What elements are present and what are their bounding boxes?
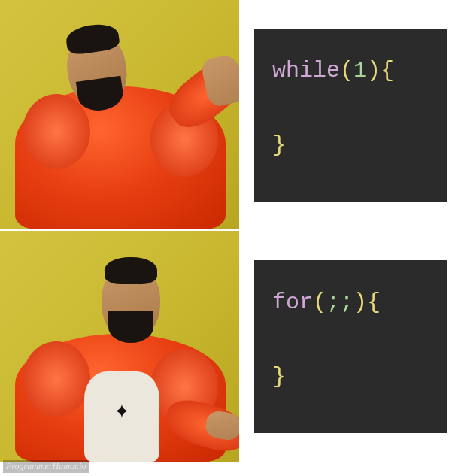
keyword-for: for bbox=[272, 290, 313, 315]
beard bbox=[108, 311, 153, 343]
drake-approve-panel: ✦ bbox=[0, 231, 241, 462]
drake-meme-grid: while(1){ } ✦ for(;;){ bbox=[0, 0, 461, 462]
jumpman-logo-icon: ✦ bbox=[108, 400, 135, 427]
code-line: for(;;){ bbox=[272, 281, 429, 324]
hair bbox=[65, 22, 120, 56]
close-paren: ) bbox=[367, 58, 381, 83]
open-brace: { bbox=[367, 290, 381, 315]
tshirt: ✦ bbox=[84, 371, 159, 462]
code-block-for: for(;;){ } bbox=[254, 260, 447, 433]
close-paren: ) bbox=[353, 290, 367, 315]
code-line: } bbox=[272, 124, 429, 167]
code-line: } bbox=[272, 356, 429, 399]
hair bbox=[105, 257, 157, 284]
open-paren: ( bbox=[340, 58, 353, 83]
arg-literal: ;; bbox=[326, 290, 353, 315]
open-paren: ( bbox=[313, 290, 326, 315]
close-brace: } bbox=[272, 132, 286, 158]
code-line: while(1){ bbox=[272, 50, 429, 92]
drake-figure-reject bbox=[15, 11, 226, 229]
open-brace: { bbox=[381, 58, 394, 83]
rejected-code-panel: while(1){ } bbox=[241, 0, 461, 231]
watermark-text: ProgrammerHumor.io bbox=[3, 460, 89, 473]
close-brace: } bbox=[272, 364, 286, 390]
code-block-while: while(1){ } bbox=[254, 29, 447, 202]
keyword-while: while bbox=[272, 58, 340, 83]
approved-code-panel: for(;;){ } bbox=[241, 231, 461, 462]
drake-figure-approve: ✦ bbox=[15, 244, 226, 462]
head bbox=[102, 266, 160, 340]
drake-reject-panel bbox=[0, 0, 241, 231]
arg-literal: 1 bbox=[353, 58, 367, 83]
